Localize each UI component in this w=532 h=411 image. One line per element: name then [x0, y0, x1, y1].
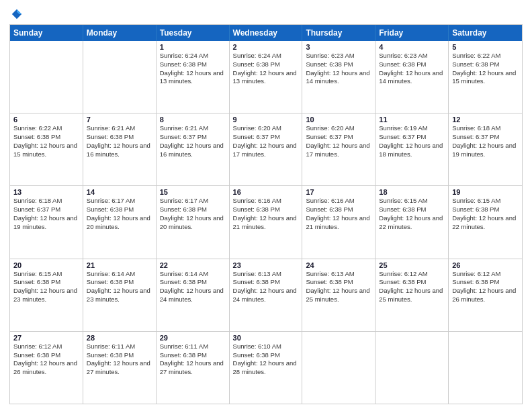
day-number: 19 [452, 188, 519, 196]
calendar-cell: 10Sunrise: 6:20 AM Sunset: 6:37 PM Dayli… [302, 113, 375, 185]
calendar-cell [375, 332, 449, 404]
header [9, 8, 523, 20]
page: SundayMondayTuesdayWednesdayThursdayFrid… [0, 0, 532, 411]
day-number: 11 [379, 116, 445, 124]
day-number: 29 [160, 334, 226, 342]
day-info: Sunrise: 6:17 AM Sunset: 6:38 PM Dayligh… [87, 197, 152, 231]
day-info: Sunrise: 6:23 AM Sunset: 6:38 PM Dayligh… [379, 52, 445, 86]
day-number: 3 [306, 43, 371, 51]
day-info: Sunrise: 6:21 AM Sunset: 6:38 PM Dayligh… [87, 124, 152, 158]
calendar-cell [83, 41, 157, 113]
calendar-cell: 3Sunrise: 6:23 AM Sunset: 6:38 PM Daylig… [302, 41, 375, 113]
logo [9, 8, 23, 20]
day-info: Sunrise: 6:15 AM Sunset: 6:38 PM Dayligh… [379, 197, 445, 231]
day-info: Sunrise: 6:24 AM Sunset: 6:38 PM Dayligh… [160, 52, 226, 86]
calendar-week-row: 20Sunrise: 6:15 AM Sunset: 6:38 PM Dayli… [10, 259, 522, 331]
calendar-cell: 22Sunrise: 6:14 AM Sunset: 6:38 PM Dayli… [157, 259, 230, 331]
day-number: 10 [306, 116, 371, 124]
day-info: Sunrise: 6:18 AM Sunset: 6:37 PM Dayligh… [452, 124, 519, 158]
calendar-cell: 21Sunrise: 6:14 AM Sunset: 6:38 PM Dayli… [83, 259, 157, 331]
day-info: Sunrise: 6:12 AM Sunset: 6:38 PM Dayligh… [452, 270, 519, 304]
day-number: 9 [233, 116, 299, 124]
calendar-cell: 13Sunrise: 6:18 AM Sunset: 6:37 PM Dayli… [10, 186, 83, 258]
calendar-header-row: SundayMondayTuesdayWednesdayThursdayFrid… [10, 25, 522, 41]
calendar-cell: 15Sunrise: 6:17 AM Sunset: 6:38 PM Dayli… [157, 186, 230, 258]
day-number: 30 [233, 334, 299, 342]
calendar-cell: 26Sunrise: 6:12 AM Sunset: 6:38 PM Dayli… [449, 259, 522, 331]
day-info: Sunrise: 6:22 AM Sunset: 6:38 PM Dayligh… [13, 124, 79, 158]
day-number: 25 [379, 261, 445, 269]
calendar-cell [10, 41, 83, 113]
day-number: 2 [233, 43, 299, 51]
day-info: Sunrise: 6:15 AM Sunset: 6:38 PM Dayligh… [452, 197, 519, 231]
day-number: 17 [306, 188, 371, 196]
calendar-week-row: 13Sunrise: 6:18 AM Sunset: 6:37 PM Dayli… [10, 185, 522, 258]
day-number: 24 [306, 261, 371, 269]
day-info: Sunrise: 6:19 AM Sunset: 6:37 PM Dayligh… [379, 124, 445, 158]
day-info: Sunrise: 6:24 AM Sunset: 6:38 PM Dayligh… [233, 52, 299, 86]
calendar-cell: 4Sunrise: 6:23 AM Sunset: 6:38 PM Daylig… [375, 41, 449, 113]
calendar-cell: 9Sunrise: 6:20 AM Sunset: 6:37 PM Daylig… [230, 113, 303, 185]
day-number: 13 [13, 188, 79, 196]
cal-header-cell: Sunday [10, 25, 83, 41]
calendar-cell: 14Sunrise: 6:17 AM Sunset: 6:38 PM Dayli… [83, 186, 157, 258]
calendar-body: 1Sunrise: 6:24 AM Sunset: 6:38 PM Daylig… [10, 41, 522, 404]
day-info: Sunrise: 6:11 AM Sunset: 6:38 PM Dayligh… [160, 342, 226, 377]
calendar-cell: 2Sunrise: 6:24 AM Sunset: 6:38 PM Daylig… [230, 41, 303, 113]
calendar-cell: 30Sunrise: 6:10 AM Sunset: 6:38 PM Dayli… [230, 332, 303, 404]
day-number: 12 [452, 116, 519, 124]
calendar-week-row: 1Sunrise: 6:24 AM Sunset: 6:38 PM Daylig… [10, 41, 522, 113]
logo-icon [11, 8, 23, 20]
day-info: Sunrise: 6:14 AM Sunset: 6:38 PM Dayligh… [87, 270, 152, 304]
calendar-cell: 17Sunrise: 6:16 AM Sunset: 6:38 PM Dayli… [302, 186, 375, 258]
day-info: Sunrise: 6:23 AM Sunset: 6:38 PM Dayligh… [306, 52, 371, 86]
calendar-week-row: 27Sunrise: 6:12 AM Sunset: 6:38 PM Dayli… [10, 331, 522, 404]
calendar-week-row: 6Sunrise: 6:22 AM Sunset: 6:38 PM Daylig… [10, 113, 522, 185]
calendar-cell: 25Sunrise: 6:12 AM Sunset: 6:38 PM Dayli… [375, 259, 449, 331]
calendar-cell: 5Sunrise: 6:22 AM Sunset: 6:38 PM Daylig… [449, 41, 522, 113]
day-number: 8 [160, 116, 226, 124]
day-number: 6 [13, 116, 79, 124]
calendar-cell: 11Sunrise: 6:19 AM Sunset: 6:37 PM Dayli… [375, 113, 449, 185]
day-info: Sunrise: 6:12 AM Sunset: 6:38 PM Dayligh… [13, 342, 79, 377]
cal-header-cell: Friday [375, 25, 449, 41]
calendar-cell: 28Sunrise: 6:11 AM Sunset: 6:38 PM Dayli… [83, 332, 157, 404]
day-number: 26 [452, 261, 519, 269]
calendar-cell [449, 332, 522, 404]
day-number: 16 [233, 188, 299, 196]
day-number: 14 [87, 188, 152, 196]
day-info: Sunrise: 6:16 AM Sunset: 6:38 PM Dayligh… [306, 197, 371, 231]
calendar-cell: 27Sunrise: 6:12 AM Sunset: 6:38 PM Dayli… [10, 332, 83, 404]
day-info: Sunrise: 6:13 AM Sunset: 6:38 PM Dayligh… [233, 270, 299, 304]
day-number: 5 [452, 43, 519, 51]
day-number: 22 [160, 261, 226, 269]
calendar-cell: 20Sunrise: 6:15 AM Sunset: 6:38 PM Dayli… [10, 259, 83, 331]
day-info: Sunrise: 6:10 AM Sunset: 6:38 PM Dayligh… [233, 342, 299, 377]
calendar-cell: 24Sunrise: 6:13 AM Sunset: 6:38 PM Dayli… [302, 259, 375, 331]
day-number: 1 [160, 43, 226, 51]
day-info: Sunrise: 6:20 AM Sunset: 6:37 PM Dayligh… [233, 124, 299, 158]
day-info: Sunrise: 6:11 AM Sunset: 6:38 PM Dayligh… [87, 342, 152, 377]
calendar-cell: 1Sunrise: 6:24 AM Sunset: 6:38 PM Daylig… [157, 41, 230, 113]
calendar: SundayMondayTuesdayWednesdayThursdayFrid… [9, 24, 523, 404]
cal-header-cell: Saturday [449, 25, 522, 41]
day-number: 21 [87, 261, 152, 269]
calendar-cell: 16Sunrise: 6:16 AM Sunset: 6:38 PM Dayli… [230, 186, 303, 258]
day-info: Sunrise: 6:21 AM Sunset: 6:37 PM Dayligh… [160, 124, 226, 158]
calendar-cell: 12Sunrise: 6:18 AM Sunset: 6:37 PM Dayli… [449, 113, 522, 185]
day-info: Sunrise: 6:18 AM Sunset: 6:37 PM Dayligh… [13, 197, 79, 231]
day-number: 7 [87, 116, 152, 124]
day-info: Sunrise: 6:14 AM Sunset: 6:38 PM Dayligh… [160, 270, 226, 304]
day-info: Sunrise: 6:17 AM Sunset: 6:38 PM Dayligh… [160, 197, 226, 231]
calendar-cell: 19Sunrise: 6:15 AM Sunset: 6:38 PM Dayli… [449, 186, 522, 258]
day-number: 27 [13, 334, 79, 342]
cal-header-cell: Monday [83, 25, 157, 41]
calendar-cell: 29Sunrise: 6:11 AM Sunset: 6:38 PM Dayli… [157, 332, 230, 404]
calendar-cell: 8Sunrise: 6:21 AM Sunset: 6:37 PM Daylig… [157, 113, 230, 185]
day-info: Sunrise: 6:12 AM Sunset: 6:38 PM Dayligh… [379, 270, 445, 304]
cal-header-cell: Thursday [302, 25, 375, 41]
day-info: Sunrise: 6:15 AM Sunset: 6:38 PM Dayligh… [13, 270, 79, 304]
calendar-cell: 6Sunrise: 6:22 AM Sunset: 6:38 PM Daylig… [10, 113, 83, 185]
day-info: Sunrise: 6:13 AM Sunset: 6:38 PM Dayligh… [306, 270, 371, 304]
cal-header-cell: Tuesday [157, 25, 230, 41]
